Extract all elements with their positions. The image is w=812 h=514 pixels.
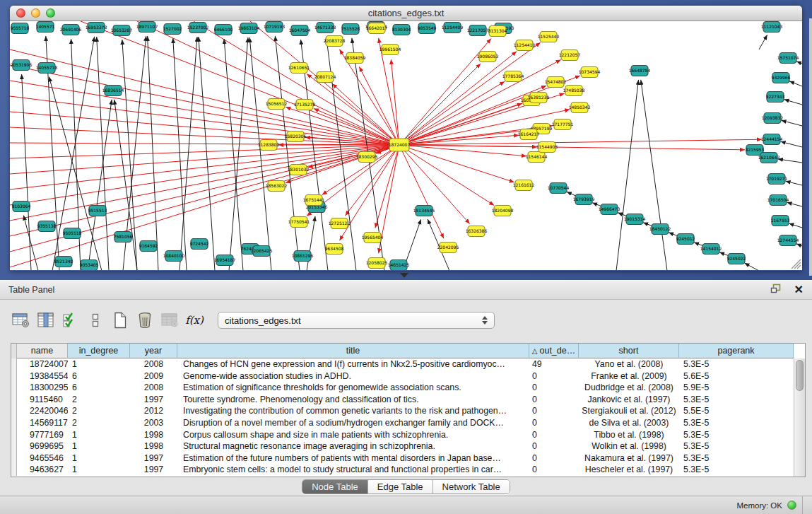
table-cell[interactable]: 1998	[130, 440, 177, 452]
table-cell[interactable]: 9699695	[17, 440, 68, 452]
graph-node[interactable]: 1527002	[163, 24, 182, 35]
graph-node[interactable]: 19565404	[362, 233, 384, 243]
graph-node[interactable]: 11254409	[442, 23, 464, 33]
graph-node[interactable]: 12217057	[467, 25, 489, 36]
graph-node[interactable]: 16648784	[629, 66, 651, 76]
graph-node[interactable]: 12610651	[288, 63, 310, 74]
graph-node[interactable]: 9245012	[676, 234, 695, 245]
citation-network-graph[interactable]: 9555718140557120691406169533781065328718…	[10, 21, 802, 270]
graph-node[interactable]: 8521340	[54, 257, 73, 267]
graph-node[interactable]: 8130304	[392, 25, 411, 35]
table-cell[interactable]: 49	[529, 358, 579, 370]
graph-node[interactable]: 20807124	[314, 72, 336, 83]
table-cell[interactable]: 5.3E-5	[679, 429, 794, 441]
graph-node[interactable]: 10734594	[579, 67, 601, 78]
graph-node[interactable]: 15237002	[187, 23, 209, 33]
create-column-icon[interactable]	[109, 310, 131, 331]
table-cell[interactable]: 18300295	[17, 382, 68, 394]
table-cell[interactable]: 6	[68, 382, 130, 394]
graph-node[interactable]: 18301032	[288, 165, 310, 175]
table-cell[interactable]: Corpus callosum shape and size in male p…	[177, 429, 529, 441]
minimize-window-icon[interactable]	[31, 8, 40, 18]
table-cell[interactable]: 14569117	[17, 417, 68, 429]
table-cell[interactable]: 9463627	[17, 464, 68, 476]
close-window-icon[interactable]	[16, 8, 25, 18]
table-cell[interactable]: 0	[529, 394, 579, 406]
table-cell[interactable]: 0	[529, 452, 579, 465]
graph-node[interactable]: 18450122	[649, 224, 671, 235]
table-cell[interactable]: 2008	[130, 382, 177, 394]
column-header-out_de[interactable]: △out_de…	[529, 344, 579, 358]
table-cell[interactable]: Tibbo et al. (1998)	[579, 429, 679, 441]
table-cell[interactable]: 5.3E-5	[679, 452, 794, 465]
graph-node[interactable]: 7515526	[341, 24, 360, 35]
graph-node[interactable]: 17785364	[502, 71, 524, 82]
graph-node[interactable]: 11121043	[761, 22, 783, 33]
canvas-resize-grip-icon[interactable]	[792, 259, 801, 269]
select-columns-icon[interactable]	[59, 310, 82, 331]
graph-node[interactable]: 16751441	[303, 195, 325, 206]
graph-node[interactable]: 15820306	[285, 132, 307, 142]
network-view-window[interactable]: citations_edges.txt 95557181405571206914…	[10, 6, 802, 271]
tab-network-table[interactable]: Network Table	[433, 480, 510, 493]
table-cell[interactable]: 2009	[130, 370, 177, 382]
table-cell[interactable]: Estimation of significance thresholds fo…	[177, 382, 529, 394]
graph-node[interactable]: 16836514	[102, 86, 124, 96]
graph-node[interactable]: 19863104	[238, 23, 260, 34]
table-cell[interactable]: 1	[68, 440, 130, 452]
table-cell[interactable]: 2012	[130, 405, 177, 417]
table-row[interactable]: 2242004622012Investigating the contribut…	[11, 405, 794, 417]
graph-node[interactable]: 22042095	[437, 243, 459, 253]
table-cell[interactable]: 22420046	[17, 405, 68, 417]
table-cell[interactable]: 1	[68, 452, 130, 465]
table-cell[interactable]: Genome-wide association studies in ADHD.	[177, 370, 529, 382]
graph-node[interactable]: 16793919	[573, 194, 595, 205]
graph-node[interactable]: 15751074	[777, 53, 799, 64]
table-row[interactable]: 1830029562008Estimation of significance …	[11, 382, 794, 394]
graph-node[interactable]: 12212057	[559, 50, 581, 61]
table-cell[interactable]: 2	[68, 417, 130, 429]
table-cell[interactable]: 9465546	[17, 452, 68, 465]
graph-node[interactable]: 11544905	[536, 142, 558, 153]
table-cell[interactable]: Embryonic stem cells: a model to study s…	[177, 464, 529, 476]
graph-node[interactable]: 11254410	[514, 40, 536, 51]
table-row[interactable]: 1872400712008Changes of HCN gene express…	[11, 358, 794, 370]
graph-node[interactable]: 10861296	[292, 251, 314, 262]
splitter-collapse-icon[interactable]	[400, 273, 408, 278]
graph-node[interactable]: 14850343	[569, 103, 591, 113]
graph-node[interactable]: 8103064	[12, 201, 31, 212]
graph-node[interactable]: 19015314	[624, 214, 646, 225]
graph-node[interactable]: 16326386	[466, 226, 488, 237]
graph-node[interactable]: 10770544	[548, 183, 570, 194]
graph-node[interactable]: 19086053	[477, 52, 499, 62]
graph-node[interactable]: 12161612	[513, 180, 535, 191]
graph-node[interactable]: 16210643	[758, 153, 780, 163]
table-cell[interactable]: 0	[529, 382, 579, 394]
graph-node[interactable]: 17177751	[552, 119, 574, 130]
table-cell[interactable]: 5.6E-5	[679, 370, 794, 382]
table-cell[interactable]: 1	[68, 358, 130, 370]
table-row[interactable]: 911546021997Tourette syndrome. Phenomeno…	[11, 394, 794, 406]
graph-node[interactable]: 18300295	[356, 152, 378, 163]
table-row[interactable]: 946554611997Estimation of the future num…	[11, 452, 794, 465]
graph-node[interactable]: 18971107	[136, 22, 158, 33]
table-cell[interactable]: 1997	[130, 394, 177, 406]
table-selector-dropdown[interactable]: citations_edges.txt	[218, 312, 495, 329]
table-cell[interactable]: Nakamura et al. (1997)	[579, 452, 679, 465]
table-cell[interactable]: 5.3E-5	[679, 394, 794, 406]
graph-node[interactable]: 6466100	[214, 25, 233, 35]
table-cell[interactable]: Structural magnetic resonance image aver…	[177, 440, 529, 452]
graph-node[interactable]: 17135278	[294, 100, 316, 110]
table-cell[interactable]: 5.3E-5	[679, 440, 794, 452]
graph-node[interactable]: 9053405	[80, 260, 99, 271]
graph-node[interactable]: 14154012	[700, 244, 722, 255]
table-cell[interactable]: Investigating the contribution of common…	[177, 405, 529, 417]
memory-ok-indicator-icon[interactable]	[787, 501, 796, 510]
graph-node[interactable]: 7581056	[114, 232, 133, 243]
table-cell[interactable]: Franke et al. (2009)	[579, 370, 679, 382]
float-window-icon[interactable]	[770, 284, 782, 296]
graph-hub-node[interactable]: 18724007	[389, 139, 411, 151]
table-cell[interactable]: 1	[68, 464, 130, 476]
graph-node[interactable]: 15474802	[545, 77, 567, 88]
table-cell[interactable]: 1997	[130, 464, 177, 476]
